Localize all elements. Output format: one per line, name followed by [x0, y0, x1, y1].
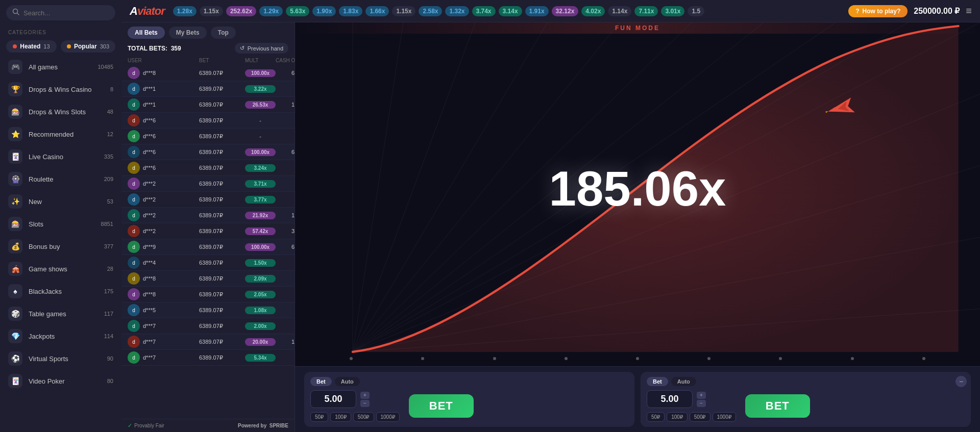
multiplier-chip[interactable]: 4.02x [581, 6, 605, 16]
bet-button-2[interactable]: BET [745, 394, 810, 418]
cash-out-amount: - [276, 117, 295, 123]
increment-bet-1[interactable]: + [360, 392, 370, 399]
multiplier-chip[interactable]: 5.63x [286, 6, 309, 16]
bet-button-1[interactable]: BET [409, 394, 474, 418]
multiplier-chip[interactable]: 3.74x [472, 6, 496, 16]
bp-tab-auto[interactable]: Auto [671, 377, 696, 386]
popular-button[interactable]: Popular 303 [61, 40, 115, 53]
multiplier-chip[interactable]: 1.83x [339, 6, 362, 16]
sidebar-item-table-games[interactable]: 🎲 Table games 117 [0, 302, 121, 325]
quick-amount-2[interactable]: 100₽ [667, 412, 688, 422]
bets-tab-all-bets[interactable]: All Bets [128, 27, 165, 39]
sidebar-item-slots[interactable]: 🎰 Slots 8851 [0, 213, 121, 235]
multiplier-chip[interactable]: 1.15x [200, 6, 223, 16]
nav-icon-all-games: 🎮 [8, 60, 22, 74]
decrement-bet-2[interactable]: − [697, 400, 706, 407]
dot-indicator [350, 357, 353, 360]
avatar: d [128, 130, 140, 142]
multiplier-chip[interactable]: 1.5 [688, 6, 704, 16]
quick-amount-2[interactable]: 1000₽ [713, 412, 736, 422]
quick-amount-1[interactable]: 100₽ [330, 412, 351, 422]
bet-amount: 6389.07₽ [199, 354, 245, 361]
sidebar-item-blackjacks[interactable]: ♠ BlackJacks 175 [0, 280, 121, 302]
avatar: d [128, 209, 140, 221]
bet-amount: 6389.07₽ [199, 323, 245, 329]
decrement-bet-1[interactable]: − [360, 400, 370, 407]
multiplier-badge: 100.00x [245, 243, 276, 251]
sidebar-item-drops-wins-casino[interactable]: 🏆 Drops & Wins Casino 8 [0, 78, 121, 100]
bp-tab-auto[interactable]: Auto [335, 377, 360, 386]
quick-amount-2[interactable]: 500₽ [690, 412, 710, 422]
sidebar-item-game-shows[interactable]: 🎪 Game shows 28 [0, 258, 121, 280]
multiplier-chip[interactable]: 1.29x [259, 6, 283, 16]
username: d***5 [143, 307, 156, 313]
cash-out-amount: 34117.67₽ [276, 354, 295, 361]
multiplier-chip[interactable]: 1.66x [365, 6, 389, 16]
multiplier-badge: 26.53x [245, 101, 276, 109]
sidebar-item-all-games[interactable]: 🎮 All games 10485 [0, 56, 121, 78]
dot-indicator [493, 357, 496, 360]
bet-amount-section-1: + − 50₽100₽500₽1000₽ [310, 390, 400, 422]
table-row: d d***7 6389.07₽ 2.00x 12778.15₽ [121, 318, 295, 334]
multiplier-badge: 2.09x [245, 275, 276, 283]
bp-tab-bet[interactable]: Bet [310, 377, 332, 386]
multiplier-chip[interactable]: 1.91x [525, 6, 549, 16]
multiplier-chip[interactable]: 2.58x [419, 6, 442, 16]
cash-out-amount: 169502.20₽ [276, 101, 295, 108]
sidebar-item-video-poker[interactable]: 🃏 Video Poker 80 [0, 370, 121, 392]
nav-label-slots: Slots [29, 220, 95, 228]
bet-panel-1-tabs: BetAuto [310, 377, 628, 386]
heated-button[interactable]: Heated 13 [6, 40, 57, 53]
multiplier-badge: 57.42x [245, 227, 276, 235]
multiplier-chip[interactable]: 32.12x [552, 6, 579, 16]
dot-indicator [922, 357, 925, 360]
menu-button[interactable]: ≡ [966, 5, 972, 17]
multiplier-chip[interactable]: 1.15x [392, 6, 415, 16]
sidebar-item-new[interactable]: ✨ New 53 [0, 190, 121, 213]
bet-amount-input-1[interactable] [310, 390, 356, 408]
plus-minus-1: + − [360, 392, 370, 407]
multiplier-chip[interactable]: 1.90x [312, 6, 336, 16]
table-header-bet: Bet [199, 58, 245, 63]
username: d***1 [143, 86, 156, 92]
username: d***2 [143, 212, 156, 218]
how-to-play-button[interactable]: ? How to play? [848, 5, 908, 17]
sidebar-item-jackpots[interactable]: 💎 Jackpots 114 [0, 325, 121, 347]
bp-tab-bet[interactable]: Bet [647, 377, 668, 386]
multiplier-chip[interactable]: 252.62x [226, 6, 256, 16]
previous-hand-button[interactable]: ↺ Previous hand [235, 43, 288, 54]
nav-icon-table-games: 🎲 [8, 307, 22, 321]
search-input[interactable] [23, 9, 109, 17]
close-panel-2-button[interactable]: − [955, 376, 967, 387]
multiplier-badge: 3.24x [245, 164, 276, 172]
sidebar-item-drops-wins-slots[interactable]: 🎰 Drops & Wins Slots 48 [0, 100, 121, 123]
multiplier-chip[interactable]: 3.14x [499, 6, 522, 16]
sidebar-item-recommended[interactable]: ⭐ Recommended 12 [0, 123, 121, 145]
quick-amount-2[interactable]: 50₽ [647, 412, 665, 422]
nav-label-blackjacks: BlackJacks [29, 288, 98, 295]
multiplier-chip[interactable]: 3.01x [661, 6, 684, 16]
sidebar-item-live-casino[interactable]: 🃏 Live Casino 335 [0, 145, 121, 168]
nav-label-drops-wins-casino: Drops & Wins Casino [29, 86, 104, 93]
question-icon: ? [855, 8, 859, 15]
bet-amount-input-2[interactable] [647, 390, 693, 408]
multiplier-chip[interactable]: 1.32x [445, 6, 469, 16]
quick-amount-1[interactable]: 50₽ [310, 412, 328, 422]
cash-out-amount: 12778.15₽ [276, 323, 295, 329]
multiplier-chip[interactable]: 1.28x [173, 6, 197, 16]
increment-bet-2[interactable]: + [697, 392, 706, 399]
top-header: Aviator 1.28x1.15x252.62x1.29x5.63x1.90x… [121, 0, 980, 22]
quick-amount-1[interactable]: 1000₽ [376, 412, 400, 422]
multiplier-chip[interactable]: 7.11x [634, 6, 658, 16]
search-box[interactable] [6, 5, 115, 20]
multiplier-badge: 3.77x [245, 196, 276, 204]
sidebar-item-roulette[interactable]: 🎡 Roulette 209 [0, 168, 121, 190]
bets-tab-my-bets[interactable]: My Bets [169, 27, 207, 39]
bets-tab-top[interactable]: Top [211, 27, 236, 39]
multiplier-chip[interactable]: 1.14x [608, 6, 631, 16]
quick-amount-1[interactable]: 500₽ [353, 412, 374, 422]
nav-label-game-shows: Game shows [29, 265, 101, 273]
sidebar-item-bonus-buy[interactable]: 💰 Bonus buy 377 [0, 235, 121, 258]
multiplier-badge: 2.00x [245, 322, 276, 330]
sidebar-item-virtual-sports[interactable]: ⚽ Virtual Sports 90 [0, 347, 121, 370]
